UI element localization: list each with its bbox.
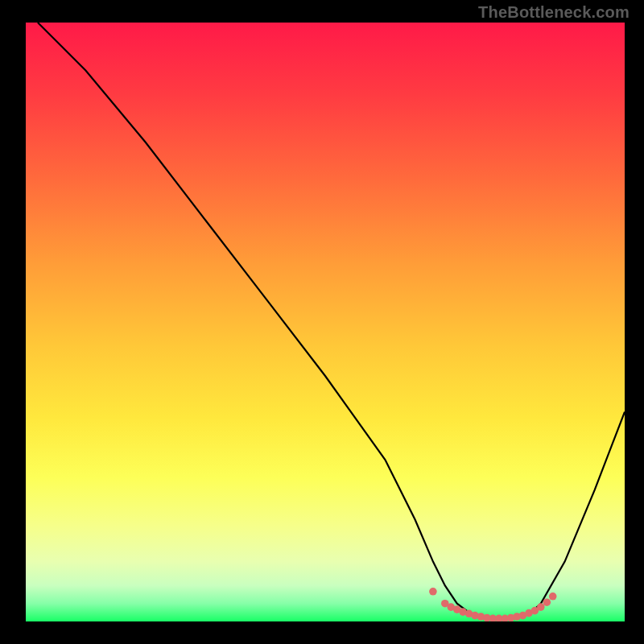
plot-area xyxy=(26,23,625,621)
watermark-text: TheBottleneck.com xyxy=(478,3,630,22)
main-curve xyxy=(38,23,625,618)
chart-container: TheBottleneck.com xyxy=(0,0,644,644)
highlight-dot xyxy=(543,598,551,606)
highlight-dots-group xyxy=(429,588,556,621)
highlight-dot xyxy=(429,588,437,596)
chart-svg xyxy=(26,23,625,621)
highlight-dot xyxy=(537,603,545,611)
highlight-dot xyxy=(549,592,557,601)
